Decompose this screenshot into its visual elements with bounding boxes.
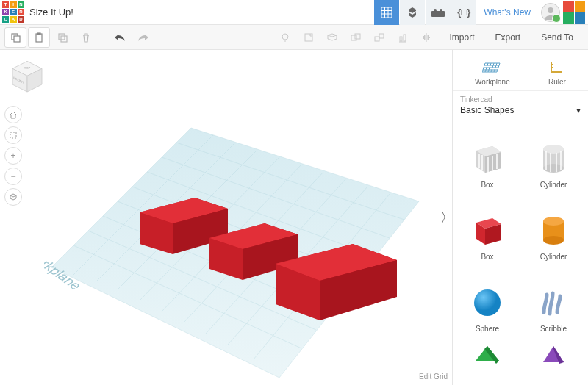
svg-rect-19: [355, 34, 360, 39]
edit-grid-link[interactable]: Edit Grid: [419, 373, 448, 381]
svg-rect-11: [36, 34, 42, 42]
blocks-mode-button[interactable]: [400, 0, 425, 25]
view-cube[interactable]: TOP FRONT: [9, 59, 46, 96]
chevron-down-icon: ▾: [576, 105, 581, 115]
svg-rect-21: [379, 34, 384, 38]
svg-point-8: [548, 7, 553, 13]
ungroup-button[interactable]: [368, 27, 390, 48]
workplane-label: Workplane: [475, 78, 510, 86]
svg-rect-23: [400, 37, 402, 41]
zoom-in-button[interactable]: +: [4, 147, 22, 165]
svg-point-100: [474, 289, 501, 316]
ortho-toggle-button[interactable]: [4, 188, 22, 206]
whats-new-link[interactable]: What's New: [476, 7, 538, 18]
app-switcher[interactable]: [563, 1, 585, 24]
workplane-grid[interactable]: Workplane: [44, 120, 426, 385]
shape-box-solid[interactable]: Box: [456, 196, 519, 265]
duplicate-button[interactable]: [51, 27, 74, 48]
top-bar: TIN KER CAD Size It Up! {□} What's New: [0, 0, 588, 25]
svg-point-15: [282, 34, 288, 40]
design-mode-button[interactable]: [374, 0, 399, 25]
paste-button[interactable]: [28, 27, 50, 48]
shapes-grid: Box Cylinder Box Cylinder Sphere Scribbl…: [453, 121, 588, 373]
svg-rect-20: [375, 37, 379, 41]
send-to-button[interactable]: Send To: [531, 27, 584, 48]
redo-button[interactable]: [132, 27, 154, 48]
svg-rect-31: [10, 132, 16, 138]
export-button[interactable]: Export: [484, 27, 531, 48]
category-selector[interactable]: Basic Shapes ▾: [453, 105, 588, 121]
tinkercad-logo[interactable]: TIN KER CAD: [1, 1, 25, 24]
svg-rect-14: [61, 36, 67, 42]
shape-cylinder-solid[interactable]: Cylinder: [522, 196, 585, 265]
workplane-tool[interactable]: Workplane: [475, 57, 510, 86]
group-button[interactable]: [345, 27, 367, 48]
copy-button[interactable]: [4, 27, 26, 48]
code-mode-button[interactable]: {□}: [451, 0, 476, 25]
project-title[interactable]: Size It Up!: [29, 7, 74, 18]
bricks-mode-button[interactable]: [426, 0, 451, 25]
svg-point-99: [543, 217, 564, 226]
home-view-button[interactable]: [4, 106, 22, 123]
ruler-tool[interactable]: Ruler: [548, 57, 566, 86]
zoom-out-button[interactable]: −: [4, 168, 22, 185]
ruler-label: Ruler: [548, 78, 566, 86]
svg-rect-18: [351, 35, 356, 40]
svg-rect-10: [14, 36, 20, 42]
shape-cylinder-striped[interactable]: Cylinder: [522, 124, 585, 193]
svg-text:TOP: TOP: [24, 66, 31, 70]
delete-button[interactable]: [75, 27, 97, 48]
mirror-button[interactable]: [415, 27, 437, 48]
svg-rect-17: [305, 34, 312, 41]
shape-pyramid[interactable]: [522, 340, 585, 370]
svg-rect-13: [59, 34, 65, 40]
hint-button[interactable]: [274, 27, 296, 48]
svg-rect-12: [37, 33, 40, 35]
shape-scribble[interactable]: Scribble: [522, 268, 585, 337]
svg-point-7: [440, 9, 442, 12]
user-avatar[interactable]: [541, 3, 560, 22]
svg-point-6: [434, 9, 437, 12]
toolbar: Import Export Send To: [0, 25, 588, 50]
shape-box-striped[interactable]: Box: [456, 124, 519, 193]
fit-view-button[interactable]: [4, 126, 22, 144]
shape-roof[interactable]: [456, 340, 519, 370]
shapes-sidebar: Workplane Ruler Tinkercad Basic Shapes ▾…: [452, 50, 588, 385]
svg-point-98: [543, 236, 564, 245]
notes-button[interactable]: [298, 27, 320, 48]
svg-rect-0: [381, 7, 392, 18]
svg-rect-5: [431, 11, 445, 17]
align-button[interactable]: [392, 27, 414, 48]
shape-sphere[interactable]: Sphere: [456, 268, 519, 337]
category-header: Tinkercad: [453, 91, 588, 105]
top-mode-icons: {□}: [374, 0, 476, 25]
svg-rect-24: [404, 35, 406, 41]
import-button[interactable]: Import: [439, 27, 484, 48]
show-all-button[interactable]: [321, 27, 343, 48]
undo-button[interactable]: [109, 27, 131, 48]
canvas-area[interactable]: TOP FRONT + − Workplane: [0, 50, 452, 385]
view-nav: + −: [4, 106, 22, 206]
